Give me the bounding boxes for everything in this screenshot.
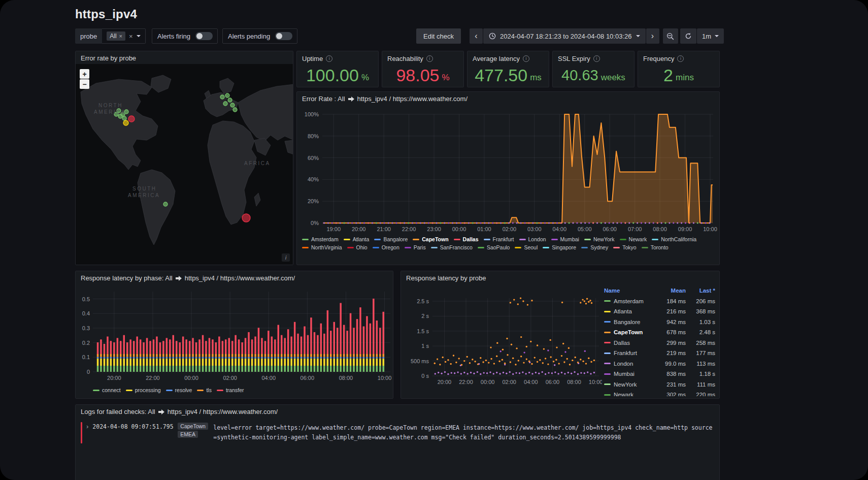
info-icon[interactable]: i xyxy=(593,55,600,62)
bar-segment-resolve[interactable] xyxy=(294,357,296,359)
bar-segment-connect[interactable] xyxy=(189,366,191,372)
bar-segment-tls[interactable] xyxy=(235,354,237,357)
bar-segment-transfer[interactable] xyxy=(202,335,204,354)
bar-segment-connect[interactable] xyxy=(261,366,263,372)
bar-segment-transfer[interactable] xyxy=(330,331,332,354)
bar-segment-connect[interactable] xyxy=(245,366,247,372)
bar-segment-transfer[interactable] xyxy=(327,310,329,354)
bar-segment-tls[interactable] xyxy=(126,354,128,357)
log-row[interactable]: › 2024-04-08 09:07:51.795 CapeTown EMEA … xyxy=(81,422,714,443)
bar-segment-tls[interactable] xyxy=(156,354,158,357)
bar-segment-resolve[interactable] xyxy=(159,357,161,359)
bar-segment-tls[interactable] xyxy=(238,354,240,357)
bar-segment-connect[interactable] xyxy=(212,366,214,372)
bar-segment-tls[interactable] xyxy=(301,354,303,357)
bar-segment-connect[interactable] xyxy=(278,366,280,372)
bar-segment-processing[interactable] xyxy=(136,359,138,366)
bar-segment-tls[interactable] xyxy=(195,354,197,357)
bar-segment-transfer[interactable] xyxy=(123,335,125,354)
bar-segment-tls[interactable] xyxy=(212,354,214,357)
bar-segment-transfer[interactable] xyxy=(209,338,211,354)
bar-segment-connect[interactable] xyxy=(304,366,306,372)
bar-segment-transfer[interactable] xyxy=(366,316,368,354)
bar-segment-processing[interactable] xyxy=(359,359,361,366)
map-marker[interactable] xyxy=(225,93,229,98)
bar-segment-tls[interactable] xyxy=(254,354,256,357)
bar-segment-tls[interactable] xyxy=(363,354,365,357)
bar-segment-processing[interactable] xyxy=(278,359,280,366)
table-row[interactable]: Bangalore942 ms1.03 s xyxy=(604,317,715,328)
bar-segment-transfer[interactable] xyxy=(117,338,119,354)
bar-segment-tls[interactable] xyxy=(231,354,233,357)
bar-segment-processing[interactable] xyxy=(169,359,171,366)
bar-segment-resolve[interactable] xyxy=(304,357,306,359)
bar-segment-connect[interactable] xyxy=(225,366,227,372)
bar-segment-resolve[interactable] xyxy=(327,357,329,359)
bar-segment-processing[interactable] xyxy=(274,359,276,366)
map-marker[interactable] xyxy=(230,103,235,107)
bar-segment-resolve[interactable] xyxy=(117,357,119,359)
bar-segment-processing[interactable] xyxy=(162,359,164,366)
bar-segment-processing[interactable] xyxy=(245,359,247,366)
bar-segment-resolve[interactable] xyxy=(133,357,135,359)
bar-segment-tls[interactable] xyxy=(176,354,178,357)
bar-segment-processing[interactable] xyxy=(173,359,175,366)
info-icon[interactable]: i xyxy=(523,55,529,62)
bar-segment-resolve[interactable] xyxy=(228,357,230,359)
bar-segment-processing[interactable] xyxy=(129,359,131,366)
bar-segment-resolve[interactable] xyxy=(126,357,128,359)
bar-segment-resolve[interactable] xyxy=(310,357,312,359)
bar-segment-tls[interactable] xyxy=(100,354,102,357)
bar-segment-tls[interactable] xyxy=(140,354,142,357)
legend-item[interactable]: Paris xyxy=(405,244,426,250)
bar-segment-tls[interactable] xyxy=(359,354,361,357)
bar-segment-processing[interactable] xyxy=(340,359,342,366)
bar-segment-resolve[interactable] xyxy=(343,357,345,359)
bar-segment-connect[interactable] xyxy=(333,366,336,372)
bar-segment-transfer[interactable] xyxy=(166,338,168,354)
bar-segment-tls[interactable] xyxy=(327,354,329,357)
refresh-interval-dropdown[interactable]: 1m xyxy=(697,28,724,44)
bar-segment-tls[interactable] xyxy=(107,354,109,357)
bar-segment-resolve[interactable] xyxy=(146,357,148,359)
bar-segment-tls[interactable] xyxy=(333,354,336,357)
bar-segment-transfer[interactable] xyxy=(271,337,273,354)
bar-segment-connect[interactable] xyxy=(284,366,286,372)
bar-segment-connect[interactable] xyxy=(268,366,270,372)
bar-segment-processing[interactable] xyxy=(363,359,365,366)
bar-segment-processing[interactable] xyxy=(264,359,266,366)
bar-segment-tls[interactable] xyxy=(222,354,224,357)
bar-segment-processing[interactable] xyxy=(376,359,378,366)
bar-segment-resolve[interactable] xyxy=(301,357,303,359)
bar-segment-processing[interactable] xyxy=(185,359,187,366)
bar-segment-tls[interactable] xyxy=(297,354,299,357)
bar-segment-transfer[interactable] xyxy=(218,337,220,354)
bar-segment-tls[interactable] xyxy=(153,354,155,357)
bar-segment-tls[interactable] xyxy=(136,354,138,357)
map-marker[interactable] xyxy=(228,98,232,102)
bar-segment-tls[interactable] xyxy=(323,354,325,357)
legend-item[interactable]: tls xyxy=(197,387,212,393)
bar-segment-resolve[interactable] xyxy=(192,357,194,359)
bar-segment-processing[interactable] xyxy=(333,359,336,366)
bar-segment-transfer[interactable] xyxy=(198,339,201,354)
bar-segment-processing[interactable] xyxy=(248,359,250,366)
legend-item[interactable]: NorthVirginia xyxy=(302,244,342,250)
legend-item[interactable]: Bangalore xyxy=(374,236,408,242)
bar-segment-transfer[interactable] xyxy=(258,328,260,354)
probe-value-pill[interactable]: All × xyxy=(107,31,125,41)
legend-item[interactable]: connect xyxy=(93,387,121,393)
bar-segment-resolve[interactable] xyxy=(140,357,142,359)
bar-segment-tls[interactable] xyxy=(192,354,194,357)
bar-segment-transfer[interactable] xyxy=(359,307,361,354)
zoom-out-button[interactable]: − xyxy=(80,79,89,89)
bar-segment-processing[interactable] xyxy=(209,359,211,366)
bar-segment-resolve[interactable] xyxy=(97,357,99,359)
bar-segment-resolve[interactable] xyxy=(284,357,286,359)
bar-segment-processing[interactable] xyxy=(337,359,339,366)
bar-segment-resolve[interactable] xyxy=(323,357,325,359)
bar-segment-processing[interactable] xyxy=(271,359,273,366)
bar-segment-tls[interactable] xyxy=(356,354,358,357)
bar-segment-resolve[interactable] xyxy=(205,357,207,359)
bar-segment-transfer[interactable] xyxy=(238,339,240,354)
